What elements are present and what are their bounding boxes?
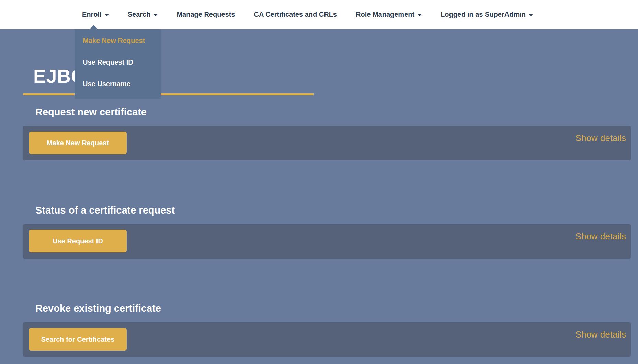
enroll-dropdown-menu: Make New Request Use Request ID Use User… bbox=[75, 29, 161, 99]
nav-item-enroll[interactable]: Enroll bbox=[82, 11, 109, 19]
show-details-link[interactable]: Show details bbox=[576, 329, 626, 340]
chevron-down-icon bbox=[529, 14, 533, 16]
chevron-down-icon bbox=[418, 14, 422, 16]
nav-item-label: Manage Requests bbox=[176, 11, 235, 19]
panel-revoke-existing-certificate: Search for Certificates Show details bbox=[23, 322, 631, 357]
nav-item-manage-requests[interactable]: Manage Requests bbox=[176, 11, 235, 19]
chevron-down-icon bbox=[105, 14, 109, 16]
nav-item-label: Search bbox=[128, 11, 151, 19]
section-heading-status-of-request: Status of a certificate request bbox=[35, 203, 175, 217]
search-for-certificates-button[interactable]: Search for Certificates bbox=[29, 328, 127, 351]
menu-item-use-request-id[interactable]: Use Request ID bbox=[75, 52, 161, 73]
nav-item-search[interactable]: Search bbox=[128, 11, 158, 19]
panel-request-new-certificate: Make New Request Show details bbox=[23, 126, 631, 160]
nav-item-logged-in-as-superadmin[interactable]: Logged in as SuperAdmin bbox=[441, 11, 533, 19]
section-heading-revoke-existing-certificate: Revoke existing certificate bbox=[35, 301, 161, 316]
show-details-link[interactable]: Show details bbox=[576, 231, 626, 242]
nav-item-label: Logged in as SuperAdmin bbox=[441, 11, 526, 19]
menu-item-use-username[interactable]: Use Username bbox=[75, 73, 161, 95]
nav-item-role-management[interactable]: Role Management bbox=[356, 11, 422, 19]
use-request-id-button[interactable]: Use Request ID bbox=[29, 230, 127, 252]
nav-item-ca-certificates-and-crls[interactable]: CA Certificates and CRLs bbox=[254, 11, 337, 19]
menu-item-make-new-request[interactable]: Make New Request bbox=[75, 30, 161, 52]
nav-item-label: CA Certificates and CRLs bbox=[254, 11, 337, 19]
title-underline bbox=[23, 93, 314, 95]
nav-item-label: Enroll bbox=[82, 11, 102, 19]
panel-status-of-request: Use Request ID Show details bbox=[23, 224, 631, 259]
show-details-link[interactable]: Show details bbox=[576, 133, 626, 144]
chevron-down-icon bbox=[153, 14, 158, 16]
section-heading-request-new-certificate: Request new certificate bbox=[35, 105, 147, 119]
make-new-request-button[interactable]: Make New Request bbox=[29, 132, 127, 154]
nav-item-label: Role Management bbox=[356, 11, 414, 19]
